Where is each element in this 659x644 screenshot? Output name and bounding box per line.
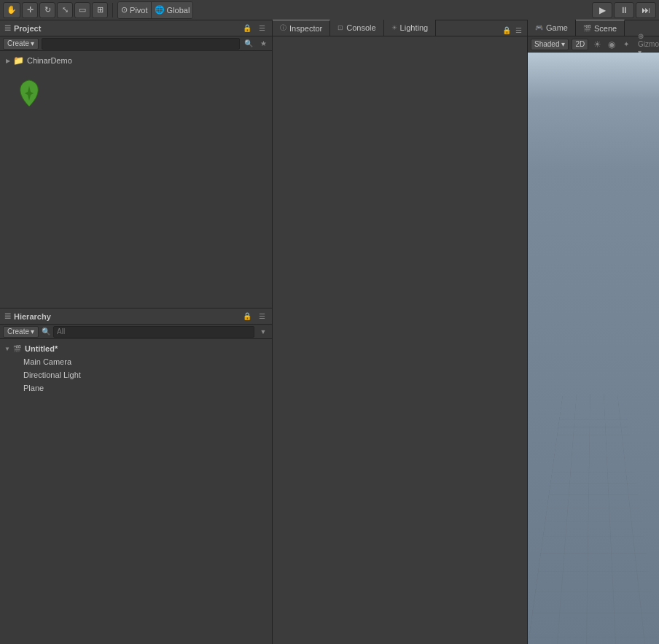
hierarchy-menu-icon[interactable]: ☰	[256, 311, 268, 322]
hierarchy-lock-icon[interactable]: 🔒	[241, 311, 253, 322]
inspector-tab[interactable]: ⓘ Inspector	[273, 20, 330, 36]
scene-tab[interactable]: 🎬 Scene	[576, 20, 625, 36]
playback-controls: ▶ ⏸ ⏭	[592, 2, 656, 18]
middle-panel: ⓘ Inspector ⊡ Console ☀ Lighting 🔒 ☰	[273, 20, 528, 644]
move-tool-button[interactable]: ✛	[22, 2, 38, 18]
project-tab-label: Project	[14, 24, 41, 33]
middle-tab-actions: 🔒 ☰	[501, 24, 527, 36]
play-button[interactable]: ▶	[592, 2, 612, 18]
pivot-button[interactable]: ⊙ Pivot	[118, 2, 152, 18]
project-tab-icon: ☰	[4, 24, 11, 32]
hierarchy-search-input[interactable]	[53, 326, 254, 338]
root-scene-name: Untitled*	[25, 344, 58, 353]
hierarchy-filter-icon[interactable]: ▼	[257, 326, 269, 338]
step-button[interactable]: ⏭	[636, 2, 656, 18]
hierarchy-panel-header: ☰ Hierarchy 🔒 ☰	[0, 309, 272, 325]
pivot-icon: ⊙	[121, 5, 128, 15]
project-menu-icon[interactable]: ☰	[256, 23, 268, 34]
scale-tool-button[interactable]: ⤡	[57, 2, 73, 18]
project-toolbar: Create ▾ 🔍 ★	[0, 36, 272, 51]
project-create-label: Create	[7, 39, 29, 47]
scene-item-icon: 🎬	[12, 345, 22, 352]
folder-name: ChinarDemo	[27, 56, 72, 65]
hierarchy-toolbar: Create ▾ 🔍 ▼	[0, 325, 272, 339]
middle-lock-icon[interactable]: 🔒	[501, 24, 512, 36]
unity-leaf-icon	[15, 79, 44, 108]
hierarchy-create-button[interactable]: Create ▾	[3, 326, 39, 338]
console-tab-icon: ⊡	[338, 24, 343, 31]
transform-tool-button[interactable]: ⊞	[92, 2, 108, 18]
inspector-tab-icon: ⓘ	[280, 23, 286, 33]
scene-tab-icon: 🎬	[583, 25, 591, 32]
hierarchy-tab[interactable]: ☰ Hierarchy	[4, 312, 51, 321]
console-tab-label: Console	[346, 23, 375, 32]
console-tab[interactable]: ⊡ Console	[330, 20, 383, 36]
asset-item-chinar[interactable]	[9, 73, 50, 114]
scene-sound-icon[interactable]: ◉	[606, 39, 617, 50]
project-lock-icon[interactable]: 🔒	[241, 23, 253, 34]
2d-button[interactable]: 2D	[572, 39, 588, 50]
hierarchy-search-prefix-icon: 🔍	[42, 327, 50, 335]
project-create-arrow: ▾	[31, 39, 34, 47]
project-panel: ☰ Project 🔒 ☰ Create ▾ 🔍 ★ ▶	[0, 20, 272, 309]
inspector-tab-label: Inspector	[289, 24, 322, 33]
scene-grid-overlay	[528, 394, 659, 644]
hand-tool-button[interactable]: ✋	[3, 2, 20, 18]
global-label: Global	[167, 6, 190, 15]
scene-light-icon[interactable]: ☀	[591, 39, 603, 50]
main-camera-name: Main Camera	[23, 357, 71, 366]
plane-name: Plane	[23, 384, 44, 392]
main-layout: ☰ Project 🔒 ☰ Create ▾ 🔍 ★ ▶	[0, 20, 659, 644]
global-icon: 🌐	[155, 5, 165, 15]
global-button[interactable]: 🌐 Global	[152, 2, 193, 18]
game-tab-label: Game	[546, 23, 568, 32]
shaded-dropdown[interactable]: Shaded ▾	[531, 39, 569, 50]
project-assets-area	[3, 67, 269, 120]
project-panel-actions: 🔒 ☰	[241, 23, 268, 34]
2d-label: 2D	[575, 40, 585, 48]
scene-tab-label: Scene	[594, 24, 617, 33]
lighting-tab[interactable]: ☀ Lighting	[384, 20, 437, 36]
shaded-label: Shaded	[534, 40, 559, 48]
root-arrow-icon: ▼	[4, 346, 12, 352]
hierarchy-item-main-camera[interactable]: Main Camera	[0, 355, 272, 368]
lighting-tab-icon: ☀	[391, 24, 397, 31]
hierarchy-panel-actions: 🔒 ☰	[241, 311, 268, 322]
project-search-input[interactable]	[42, 38, 240, 50]
hierarchy-create-arrow: ▾	[31, 327, 34, 335]
hierarchy-root-item[interactable]: ▼ 🎬 Untitled*	[0, 342, 272, 355]
rect-tool-button[interactable]: ▭	[74, 2, 90, 18]
project-content: ▶ 📁 ChinarDemo	[0, 51, 272, 308]
game-tab[interactable]: 🎮 Game	[528, 20, 576, 36]
folder-icon: 📁	[13, 55, 24, 66]
left-panel: ☰ Project 🔒 ☰ Create ▾ 🔍 ★ ▶	[0, 20, 273, 644]
hierarchy-item-directional-light[interactable]: Directional Light	[0, 368, 272, 381]
rotate-tool-button[interactable]: ↻	[39, 2, 55, 18]
folder-item-chinar[interactable]: ▶ 📁 ChinarDemo	[3, 54, 269, 67]
asset-icon-container	[12, 76, 47, 111]
hierarchy-item-plane[interactable]: Plane	[0, 381, 272, 395]
hierarchy-tab-icon: ☰	[4, 312, 11, 320]
scene-gizmos-icon[interactable]: ⊕ Gizmos ▾	[644, 39, 656, 50]
project-star-icon[interactable]: ★	[257, 38, 269, 50]
project-tab[interactable]: ☰ Project	[4, 24, 41, 33]
shaded-arrow-icon: ▾	[561, 40, 565, 48]
project-search-icon[interactable]: 🔍	[243, 38, 254, 50]
hierarchy-panel: ☰ Hierarchy 🔒 ☰ Create ▾ 🔍 ▼	[0, 309, 272, 644]
project-panel-header: ☰ Project 🔒 ☰	[0, 20, 272, 36]
scene-effects-icon[interactable]: ✦	[620, 39, 632, 50]
lighting-tab-label: Lighting	[400, 23, 429, 32]
project-create-button[interactable]: Create ▾	[3, 38, 39, 50]
toolbar-separator-1	[112, 3, 113, 18]
scene-view[interactable]	[528, 53, 659, 644]
hierarchy-content: ▼ 🎬 Untitled* Main Camera Directional Li…	[0, 339, 272, 644]
game-tab-icon: 🎮	[535, 24, 543, 31]
folder-arrow-icon: ▶	[6, 58, 10, 64]
right-panel: 🎮 Game 🎬 Scene Shaded ▾ 2D ☀ ◉ ✦ ⊕ Gizmo…	[528, 20, 659, 644]
pause-button[interactable]: ⏸	[614, 2, 634, 18]
directional-light-name: Directional Light	[23, 371, 81, 379]
middle-tabs-header: ⓘ Inspector ⊡ Console ☀ Lighting 🔒 ☰	[273, 20, 527, 36]
scene-toolbar: Shaded ▾ 2D ☀ ◉ ✦ ⊕ Gizmos ▾	[528, 36, 659, 53]
middle-menu-icon[interactable]: ☰	[512, 24, 524, 36]
pivot-label: Pivot	[130, 6, 147, 15]
